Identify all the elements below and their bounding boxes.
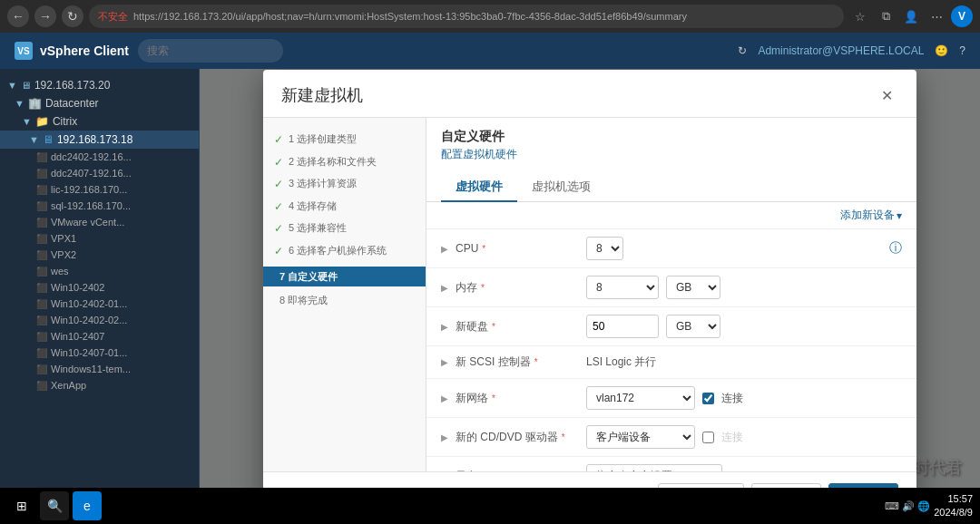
sidebar-item-ddc2407[interactable]: ⬛ ddc2407-192.16...	[0, 165, 199, 181]
tab-virtual-hardware[interactable]: 虚拟硬件	[441, 173, 517, 202]
step-1-check: ✓	[274, 133, 283, 148]
sidebar-item-vcenter[interactable]: ⬛ VMware vCent...	[0, 214, 199, 230]
sidebar-item-citrix[interactable]: ▼ 📁 Citrix	[0, 112, 199, 131]
scsi-expand-icon[interactable]: ▶	[441, 357, 448, 367]
sidebar-item-windows11[interactable]: ⬛ Windows11-tem...	[0, 361, 199, 377]
browser-profile-icon[interactable]: V	[951, 5, 973, 27]
step-3: ✓ 3 选择计算资源	[274, 177, 415, 192]
cdrom-select[interactable]: 客户端设备	[586, 425, 695, 449]
cdrom-expand-icon[interactable]: ▶	[441, 432, 448, 442]
sidebar-item-wes[interactable]: ⬛ wes	[0, 263, 199, 279]
memory-label: ▶ 内存 *	[441, 280, 586, 296]
step-5-check: ✓	[274, 222, 283, 237]
vm-label-1: ddc2402-192.16...	[51, 151, 132, 162]
network-select[interactable]: vlan172	[586, 386, 695, 410]
vm-label-6: VPX1	[51, 233, 76, 244]
forward-button[interactable]: →	[34, 5, 56, 27]
step-8[interactable]: 8 即将完成	[274, 294, 415, 306]
cdrom-connect-checkbox[interactable]	[702, 432, 714, 443]
sidebar-item-win10-2407-01[interactable]: ⬛ Win10-2407-01...	[0, 344, 199, 361]
add-device-button[interactable]: 添加新设备 ▾	[840, 208, 902, 223]
tabs-button[interactable]: ⧉	[875, 5, 897, 27]
vm-label-8: wes	[51, 266, 69, 277]
cdrom-controls: 客户端设备 连接	[586, 425, 902, 449]
video-select[interactable]: 指定自定义设置	[586, 464, 722, 471]
sidebar-item-datacenter[interactable]: ▼ 🏢 Datacenter	[0, 94, 199, 112]
vm-label-14: Windows11-tem...	[51, 364, 131, 374]
more-button[interactable]: ⋯	[926, 5, 947, 27]
new-vm-modal: 新建虚拟机 ✕ ✓ 1 选择创建类型 ✓ 2 选择名称和文件夹	[263, 70, 916, 523]
memory-label-text: 内存	[456, 280, 477, 296]
network-expand-icon[interactable]: ▶	[441, 393, 448, 403]
cpu-controls: 8 ⓘ	[586, 237, 902, 260]
sidebar-item-active-host[interactable]: ▼ 🖥 192.168.173.18	[0, 131, 199, 149]
vm-label-5: VMware vCent...	[51, 217, 124, 228]
cpu-select[interactable]: 8	[586, 237, 623, 260]
memory-unit-select[interactable]: GB MB	[666, 276, 720, 299]
disk-unit-select[interactable]: GB MB	[666, 315, 720, 338]
network-controls: vlan172 连接	[586, 386, 902, 410]
citrix-label: Citrix	[53, 115, 77, 128]
cdrom-required-marker: *	[562, 432, 565, 442]
help-icon[interactable]: ?	[959, 44, 965, 57]
sidebar-item-lic[interactable]: ⬛ lic-192.168.170...	[0, 181, 199, 198]
cpu-expand-icon[interactable]: ▶	[441, 244, 448, 254]
cpu-info-icon[interactable]: ⓘ	[889, 240, 902, 257]
refresh-button[interactable]: ↻	[62, 5, 83, 27]
bookmark-button[interactable]: ☆	[849, 5, 871, 27]
step-3-label: 3 选择计算资源	[289, 177, 357, 189]
vm-icon-6: ⬛	[36, 234, 47, 244]
sidebar-item-vpx2[interactable]: ⬛ VPX2	[0, 247, 199, 263]
network-connect-checkbox[interactable]	[702, 393, 714, 404]
taskbar-edge-button[interactable]: e	[73, 491, 102, 520]
memory-controls: 8 GB MB	[586, 276, 902, 299]
vm-label-15: XenApp	[51, 380, 86, 391]
sidebar-item-sql[interactable]: ⬛ sql-192.168.170...	[0, 198, 199, 214]
user-label[interactable]: Administrator@VSPHERE.LOCAL	[758, 44, 924, 57]
profile-button[interactable]: 👤	[900, 5, 922, 27]
refresh-icon[interactable]: ↻	[738, 44, 747, 57]
vm-icon-4: ⬛	[36, 201, 47, 211]
vm-label-9: Win10-2402	[51, 282, 104, 293]
sidebar-item-host[interactable]: ▼ 🖥 192.168.173.20	[0, 76, 199, 94]
modal-close-button[interactable]: ✕	[876, 85, 898, 106]
sidebar-item-win10-2402-02[interactable]: ⬛ Win10-2402-02...	[0, 312, 199, 328]
taskbar-time-text: 15:57	[934, 492, 973, 506]
memory-expand-icon[interactable]: ▶	[441, 283, 448, 293]
step-7[interactable]: 7 自定义硬件	[263, 267, 426, 286]
hw-row-cpu: ▶ CPU * 8 ⓘ	[426, 229, 916, 268]
start-button[interactable]: ⊞	[7, 491, 36, 520]
scsi-label-text: 新 SCSI 控制器	[456, 354, 531, 370]
disk-expand-icon[interactable]: ▶	[441, 322, 448, 332]
cpu-label: ▶ CPU *	[441, 242, 586, 255]
disk-size-input[interactable]	[586, 315, 659, 338]
host-label: 192.168.173.20	[34, 79, 110, 92]
sidebar-item-win10-2402-01[interactable]: ⬛ Win10-2402-01...	[0, 296, 199, 312]
sidebar-item-vpx1[interactable]: ⬛ VPX1	[0, 230, 199, 247]
back-button[interactable]: ←	[7, 5, 29, 27]
modal-header: 新建虚拟机 ✕	[263, 70, 916, 118]
step-1-label: 1 选择创建类型	[289, 132, 357, 145]
sidebar-item-win10-2407[interactable]: ⬛ Win10-2407	[0, 328, 199, 344]
url-text: https://192.168.173.20/ui/app/host;nav=h…	[133, 11, 687, 22]
step-4: ✓ 4 选择存储	[274, 199, 415, 215]
add-device-row: 添加新设备 ▾	[426, 202, 916, 229]
tab-vm-options[interactable]: 虚拟机选项	[517, 173, 605, 202]
address-bar[interactable]: 不安全 https://192.168.173.20/ui/app/host;n…	[89, 5, 844, 28]
sidebar-item-win10-2402[interactable]: ⬛ Win10-2402	[0, 279, 199, 296]
host-icon: 🖥	[21, 80, 31, 91]
collapse-icon: ▼	[7, 80, 17, 91]
datacenter-expand-icon: ▼	[15, 98, 24, 109]
sidebar-item-ddc2402[interactable]: ⬛ ddc2402-192.16...	[0, 149, 199, 165]
app-search-input[interactable]	[138, 39, 283, 63]
step-2: ✓ 2 选择名称和文件夹	[274, 155, 415, 170]
sidebar-item-xenapp[interactable]: ⬛ XenApp	[0, 377, 199, 393]
taskbar: ⊞ 🔍 e ⌨ 🔊 🌐 15:57 2024/8/9	[0, 488, 980, 524]
vm-icon-13: ⬛	[36, 348, 47, 358]
taskbar-search-button[interactable]: 🔍	[40, 491, 69, 520]
step-2-check: ✓	[274, 156, 283, 170]
tab-bar: 虚拟硬件 虚拟机选项	[426, 173, 916, 202]
vm-label-2: ddc2407-192.16...	[51, 168, 132, 179]
cpu-label-text: CPU	[456, 242, 478, 255]
memory-value-select[interactable]: 8	[586, 276, 659, 299]
